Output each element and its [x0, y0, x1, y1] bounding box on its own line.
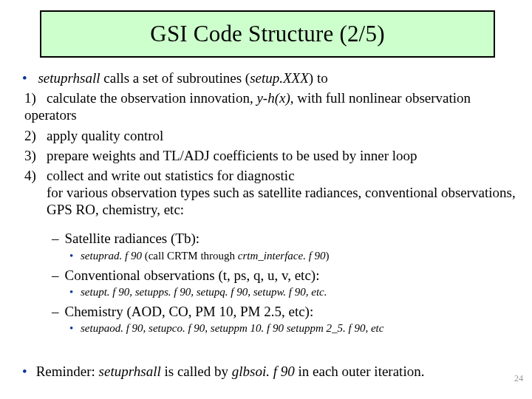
step-number: 3)	[24, 147, 47, 164]
intro-mid: calls a set of subroutines (	[100, 70, 250, 86]
slide-title: GSI Code Structure (2/5)	[150, 21, 384, 47]
sub-chem-body: • setupaod. f 90, setupco. f 90, setuppm…	[69, 321, 522, 335]
step-3: 3) prepare weights and TL/ADJ coefficien…	[24, 147, 522, 164]
step-2: 2) apply quality control	[24, 127, 522, 144]
step-3-text: prepare weights and TL/ADJ coefficients …	[47, 148, 417, 163]
sub-conv-head-text: Conventional observations (t, ps, q, u, …	[65, 267, 320, 283]
step-1-a: calculate the observation innovation,	[47, 90, 256, 106]
sub-chem-files: setupaod. f 90, setupco. f 90, setuppm 1…	[81, 322, 383, 334]
bullet-dot-icon: •	[22, 70, 27, 86]
reminder-d: glbsoi. f 90	[232, 364, 295, 379]
sub-sat-f1: setuprad. f 90	[81, 250, 142, 262]
sub-chem-head-text: Chemistry (AOD, CO, PM 10, PM 2.5, etc):	[65, 304, 314, 319]
intro-tail: ) to	[309, 70, 328, 86]
step-number: 1)	[24, 89, 47, 106]
reminder-a: Reminder:	[36, 364, 99, 379]
slide: GSI Code Structure (2/5) • setuprhsall c…	[0, 0, 532, 399]
reminder-b: setuprhsall	[99, 364, 161, 379]
page-number: 24	[514, 373, 523, 384]
reminder-e: in each outer iteration.	[295, 364, 425, 379]
sub-conv-body: • setupt. f 90, setupps. f 90, setupq. f…	[69, 285, 522, 299]
sub-conv-files: setupt. f 90, setupps. f 90, setupq. f 9…	[81, 286, 327, 298]
reminder-c: is called by	[161, 364, 232, 379]
bullet-dot-icon: •	[22, 364, 27, 379]
step-1: 1) calculate the observation innovation,…	[24, 89, 522, 123]
bullet-dot-icon: •	[69, 322, 73, 334]
dash-icon: –	[52, 267, 59, 283]
reminder: •Reminder: setuprhsall is called by glbs…	[22, 364, 522, 380]
step-4-a: collect and write out statistics for dia…	[47, 168, 295, 183]
numbered-list: 1) calculate the observation innovation,…	[22, 89, 522, 218]
step-4: 4) collect and write out statistics for …	[24, 167, 522, 219]
body: • setuprhsall calls a set of subroutines…	[22, 69, 522, 340]
step-number: 2)	[24, 127, 47, 144]
step-4-b: for various observation types such as sa…	[47, 184, 522, 218]
intro-pattern: setup.XXX	[250, 70, 309, 86]
sub-sat-head: –Satellite radiances (Tb):	[52, 230, 522, 247]
sub-conv-head: –Conventional observations (t, ps, q, u,…	[52, 267, 522, 284]
bullet-dot-icon: •	[69, 286, 73, 298]
sub-sat-body: • setuprad. f 90 (call CRTM through crtm…	[69, 249, 522, 262]
sub-chem-head: –Chemistry (AOD, CO, PM 10, PM 2.5, etc)…	[52, 303, 522, 320]
step-2-text: apply quality control	[47, 128, 163, 143]
dash-icon: –	[52, 304, 59, 319]
intro-func: setuprhsall	[38, 70, 100, 86]
step-1-b: y-h(x)	[256, 90, 290, 106]
intro-bullet: • setuprhsall calls a set of subroutines…	[22, 69, 522, 86]
sub-sat-f2: crtm_interface. f 90	[238, 250, 326, 262]
bullet-dot-icon: •	[69, 250, 73, 262]
sub-sat-head-text: Satellite radiances (Tb):	[65, 231, 200, 246]
sub-sat-mid: (call CRTM through	[142, 250, 238, 262]
sub-list: –Satellite radiances (Tb): • setuprad. f…	[52, 230, 522, 335]
step-number: 4)	[24, 167, 47, 184]
title-box: GSI Code Structure (2/5)	[40, 10, 495, 58]
dash-icon: –	[52, 231, 59, 246]
sub-sat-tail: )	[326, 250, 330, 262]
